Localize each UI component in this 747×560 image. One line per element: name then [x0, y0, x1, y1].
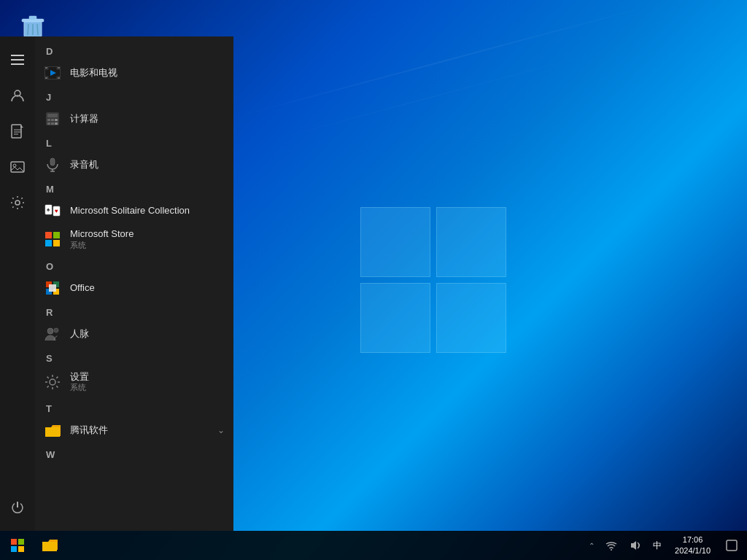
office-name: Office: [70, 282, 95, 294]
svg-rect-26: [47, 119, 50, 121]
app-item-tencent[interactable]: 腾讯软件 ⌄: [35, 417, 233, 443]
svg-line-3: [28, 24, 28, 35]
svg-point-13: [15, 201, 20, 205]
movies-tv-name: 电影和电视: [70, 67, 117, 79]
app-item-people[interactable]: 人脉: [35, 321, 233, 347]
people-icon: [44, 325, 61, 343]
movies-tv-icon: [44, 64, 61, 82]
svg-rect-21: [45, 77, 47, 79]
svg-point-49: [54, 328, 58, 332]
recorder-info: 录音机: [70, 159, 98, 171]
sidebar-documents-button[interactable]: [1, 115, 34, 147]
svg-rect-25: [47, 114, 58, 117]
ms-store-sub: 系统: [70, 240, 133, 251]
section-letter-t: T: [35, 397, 233, 417]
solitaire-name: Microsoft Solitaire Collection: [70, 205, 190, 217]
svg-rect-29: [47, 122, 50, 125]
clock[interactable]: 17:06 2024/1/10: [669, 534, 716, 557]
show-hidden-icons-button[interactable]: ⌃: [586, 542, 597, 550]
taskbar: ⌃ 中 17: [0, 531, 747, 560]
svg-rect-53: [11, 546, 17, 552]
ms-store-info: Microsoft Store 系统: [70, 228, 133, 251]
section-letter-d: D: [35, 40, 233, 60]
sidebar-photos-button[interactable]: [1, 151, 34, 183]
start-button[interactable]: [0, 531, 35, 560]
app-item-movies[interactable]: 电影和电视: [35, 60, 233, 86]
section-letter-j: J: [35, 86, 233, 106]
svg-rect-51: [11, 539, 17, 545]
svg-rect-2: [29, 16, 36, 20]
tencent-name: 腾讯软件: [70, 424, 108, 436]
section-letter-w: W: [35, 443, 233, 463]
svg-rect-40: [53, 232, 60, 238]
calculator-name: 计算器: [70, 113, 98, 125]
svg-rect-47: [49, 284, 56, 292]
movies-tv-info: 电影和电视: [70, 67, 117, 79]
ms-store-name: Microsoft Store: [70, 228, 133, 240]
app-item-calculator[interactable]: 计算器: [35, 106, 233, 132]
svg-rect-41: [45, 240, 52, 246]
svg-line-5: [37, 24, 38, 35]
start-menu: D 电影: [0, 36, 233, 531]
svg-rect-54: [18, 546, 24, 552]
desktop-windows-logo: [360, 207, 506, 353]
calculator-info: 计算器: [70, 113, 98, 125]
svg-rect-56: [727, 540, 737, 551]
app-item-solitaire[interactable]: ♠ ♥ Microsoft Solitaire Collection: [35, 198, 233, 224]
start-menu-app-list: D 电影: [35, 36, 233, 531]
section-letter-o: O: [35, 255, 233, 275]
svg-rect-27: [51, 119, 54, 121]
app-item-ms-store[interactable]: Microsoft Store 系统: [35, 224, 233, 255]
sidebar-power-button[interactable]: [1, 491, 34, 524]
svg-point-55: [611, 549, 612, 551]
office-icon: [44, 279, 61, 297]
ime-indicator[interactable]: 中: [649, 540, 665, 552]
solitaire-icon: ♠ ♥: [44, 202, 61, 219]
voice-recorder-icon: [44, 156, 61, 174]
sidebar-user-button[interactable]: [1, 79, 34, 112]
svg-rect-31: [55, 122, 58, 125]
svg-rect-22: [58, 77, 60, 79]
network-icon[interactable]: [601, 531, 622, 560]
clock-time: 17:06: [683, 534, 703, 545]
svg-rect-7: [12, 125, 21, 138]
people-info: 人脉: [70, 328, 89, 340]
svg-rect-39: [45, 232, 52, 238]
people-name: 人脉: [70, 328, 89, 340]
solitaire-info: Microsoft Solitaire Collection: [70, 205, 190, 217]
start-menu-sidebar: [0, 36, 35, 531]
section-letter-m: M: [35, 178, 233, 198]
ms-store-icon: [44, 230, 61, 248]
section-letter-s: S: [35, 347, 233, 367]
calculator-icon: [44, 110, 61, 128]
sidebar-settings-button[interactable]: [1, 187, 34, 219]
section-letter-l: L: [35, 132, 233, 152]
section-letter-r: R: [35, 301, 233, 321]
svg-point-50: [50, 379, 55, 385]
settings-sub: 系统: [70, 382, 89, 393]
office-info: Office: [70, 282, 95, 294]
svg-rect-28: [55, 119, 58, 121]
settings-name: 设置: [70, 371, 89, 383]
system-tray: ⌃ 中 17: [586, 531, 747, 560]
settings-info: 设置 系统: [70, 371, 89, 394]
notification-button[interactable]: [720, 531, 743, 560]
svg-rect-42: [53, 240, 60, 246]
app-item-settings[interactable]: 设置 系统: [35, 367, 233, 398]
clock-date: 2024/1/10: [675, 545, 711, 556]
tencent-expand-arrow: ⌄: [217, 425, 225, 435]
app-item-office[interactable]: Office: [35, 275, 233, 301]
svg-rect-30: [51, 122, 54, 125]
tencent-info: 腾讯软件: [70, 424, 108, 436]
hamburger-menu-button[interactable]: [1, 44, 34, 76]
svg-rect-32: [50, 158, 55, 166]
tencent-folder-icon: [44, 421, 61, 439]
app-item-recorder[interactable]: 录音机: [35, 152, 233, 178]
recorder-name: 录音机: [70, 159, 98, 171]
svg-rect-19: [45, 67, 47, 69]
settings-icon: [44, 373, 61, 391]
svg-rect-52: [18, 539, 24, 545]
svg-point-48: [47, 328, 53, 334]
sound-icon[interactable]: [625, 531, 646, 560]
taskbar-file-explorer[interactable]: [35, 531, 64, 560]
